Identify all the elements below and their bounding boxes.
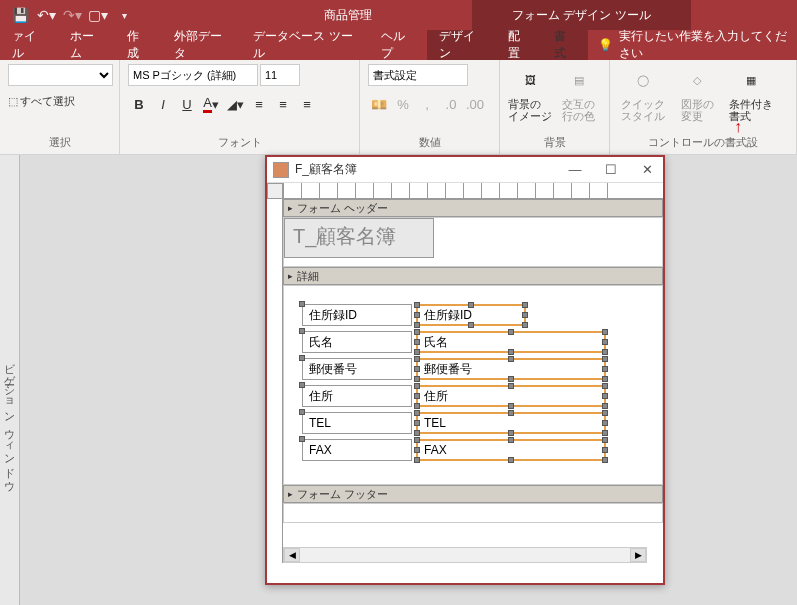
resize-handle[interactable] — [522, 322, 528, 328]
field-label[interactable]: FAX — [302, 439, 412, 461]
resize-handle[interactable] — [414, 329, 420, 335]
tab-help[interactable]: ヘルプ — [369, 30, 427, 60]
number-format-combo[interactable] — [368, 64, 468, 86]
resize-handle[interactable] — [602, 356, 608, 362]
navigation-pane[interactable]: ビゲーション ウィンドウ — [0, 155, 20, 605]
font-color-button[interactable]: A▾ — [200, 93, 222, 115]
resize-handle[interactable] — [508, 329, 514, 335]
resize-handle[interactable] — [414, 322, 420, 328]
resize-handle[interactable] — [414, 302, 420, 308]
resize-handle[interactable] — [414, 420, 420, 426]
horizontal-scrollbar[interactable]: ◀ ▶ — [283, 547, 647, 563]
alternate-row-color-button[interactable]: ▤ 交互の 行の色 — [557, 64, 602, 122]
align-left-button[interactable]: ≡ — [248, 93, 270, 115]
design-canvas[interactable]: F_顧客名簿 — ☐ ✕ フォーム ヘッダー T_顧客名簿 — [20, 155, 797, 605]
form-titlebar[interactable]: F_顧客名簿 — ☐ ✕ — [267, 157, 663, 183]
resize-handle[interactable] — [414, 430, 420, 436]
resize-handle[interactable] — [414, 376, 420, 382]
field-label[interactable]: 郵便番号 — [302, 358, 412, 380]
tab-file[interactable]: ァイル — [0, 30, 58, 60]
resize-handle[interactable] — [602, 410, 608, 416]
resize-handle[interactable] — [602, 447, 608, 453]
resize-handle[interactable] — [414, 349, 420, 355]
resize-handle[interactable] — [414, 403, 420, 409]
undo-icon[interactable]: ↶▾ — [38, 7, 54, 23]
comma-button[interactable]: , — [416, 93, 438, 115]
select-all-button[interactable]: ⬚すべて選択 — [8, 94, 75, 109]
section-bar-header[interactable]: フォーム ヘッダー — [283, 199, 663, 217]
resize-handle[interactable] — [468, 302, 474, 308]
horizontal-ruler[interactable] — [283, 183, 663, 199]
resize-handle[interactable] — [602, 393, 608, 399]
resize-handle[interactable] — [602, 339, 608, 345]
tab-home[interactable]: ホーム — [58, 30, 116, 60]
percent-button[interactable]: % — [392, 93, 414, 115]
resize-handle[interactable] — [414, 383, 420, 389]
field-textbox[interactable]: TEL — [416, 412, 606, 434]
font-name-combo[interactable] — [128, 64, 258, 86]
maximize-button[interactable]: ☐ — [601, 162, 621, 177]
section-footer-body[interactable] — [283, 503, 663, 523]
align-right-button[interactable]: ≡ — [296, 93, 318, 115]
qat-more-icon[interactable]: ▾ — [116, 7, 132, 23]
resize-handle[interactable] — [414, 366, 420, 372]
tab-arrange[interactable]: 配置 — [496, 30, 542, 60]
resize-handle[interactable] — [508, 430, 514, 436]
bold-button[interactable]: B — [128, 93, 150, 115]
resize-handle[interactable] — [414, 393, 420, 399]
resize-handle[interactable] — [508, 403, 514, 409]
resize-handle[interactable] — [508, 437, 514, 443]
form-title-label[interactable]: T_顧客名簿 — [284, 218, 434, 258]
field-label[interactable]: 氏名 — [302, 331, 412, 353]
field-textbox[interactable]: 郵便番号 — [416, 358, 606, 380]
tab-format[interactable]: 書式 — [542, 30, 588, 60]
resize-handle[interactable] — [508, 457, 514, 463]
resize-handle[interactable] — [414, 339, 420, 345]
resize-handle[interactable] — [508, 356, 514, 362]
section-bar-footer[interactable]: フォーム フッター — [283, 485, 663, 503]
field-label[interactable]: TEL — [302, 412, 412, 434]
resize-handle[interactable] — [508, 383, 514, 389]
tab-design[interactable]: デザイン — [427, 30, 496, 60]
resize-handle[interactable] — [602, 430, 608, 436]
close-button[interactable]: ✕ — [637, 162, 657, 177]
selection-combo[interactable] — [8, 64, 113, 86]
field-textbox[interactable]: 住所 — [416, 385, 606, 407]
tab-create[interactable]: 作成 — [115, 30, 161, 60]
scroll-thumb[interactable] — [300, 548, 630, 562]
tab-external-data[interactable]: 外部データ — [162, 30, 242, 60]
resize-handle[interactable] — [602, 329, 608, 335]
resize-handle[interactable] — [414, 410, 420, 416]
ruler-corner[interactable] — [267, 183, 283, 199]
field-textbox[interactable]: 氏名 — [416, 331, 606, 353]
resize-handle[interactable] — [602, 420, 608, 426]
resize-handle[interactable] — [602, 383, 608, 389]
minimize-button[interactable]: — — [565, 162, 585, 177]
currency-button[interactable]: 💴 — [368, 93, 390, 115]
resize-handle[interactable] — [522, 312, 528, 318]
field-label[interactable]: 住所 — [302, 385, 412, 407]
underline-button[interactable]: U — [176, 93, 198, 115]
form-design-surface[interactable]: フォーム ヘッダー T_顧客名簿 詳細 住所録ID住所録ID氏名氏名郵便番号郵便… — [267, 183, 663, 563]
resize-handle[interactable] — [602, 376, 608, 382]
increase-decimal-button[interactable]: .0 — [440, 93, 462, 115]
resize-handle[interactable] — [468, 322, 474, 328]
resize-handle[interactable] — [508, 376, 514, 382]
resize-handle[interactable] — [508, 349, 514, 355]
quick-styles-button[interactable]: ◯ クイック スタイル — [618, 64, 668, 122]
field-textbox[interactable]: 住所録ID — [416, 304, 526, 326]
customize-icon[interactable]: ▢▾ — [90, 7, 106, 23]
vertical-ruler[interactable] — [267, 199, 283, 563]
resize-handle[interactable] — [414, 437, 420, 443]
change-shape-button[interactable]: ◇ 図形の 変更 — [672, 64, 722, 122]
resize-handle[interactable] — [414, 356, 420, 362]
conditional-formatting-button[interactable]: ▦ 条件付き 書式 — [726, 64, 776, 122]
resize-handle[interactable] — [414, 312, 420, 318]
resize-handle[interactable] — [602, 366, 608, 372]
scroll-left-button[interactable]: ◀ — [284, 548, 300, 562]
italic-button[interactable]: I — [152, 93, 174, 115]
resize-handle[interactable] — [602, 403, 608, 409]
resize-handle[interactable] — [602, 457, 608, 463]
decrease-decimal-button[interactable]: .00 — [464, 93, 486, 115]
background-image-button[interactable]: 🖼 背景の イメージ — [508, 64, 553, 122]
